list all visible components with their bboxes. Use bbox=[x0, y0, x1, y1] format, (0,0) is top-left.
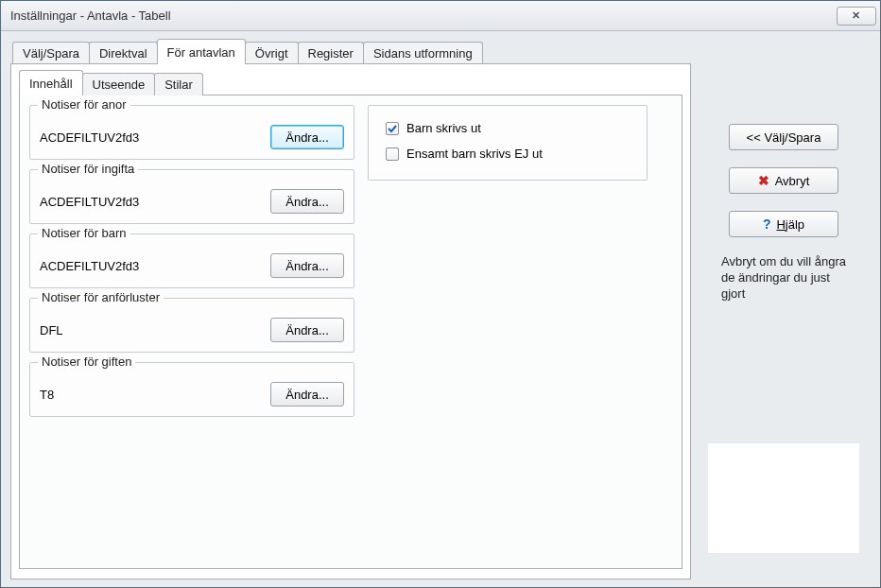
checks-column: Barn skrivs utEnsamt barn skrivs EJ ut bbox=[368, 105, 648, 559]
sub-tab[interactable]: Stilar bbox=[154, 73, 203, 95]
group-legend: Notiser för anförluster bbox=[38, 290, 164, 304]
change-button[interactable]: Ändra... bbox=[270, 189, 344, 214]
group-value: ACDEFILTUV2fd3 bbox=[40, 259, 139, 273]
main-tab[interactable]: Register bbox=[298, 42, 364, 64]
help-button[interactable]: ? Hjälp bbox=[729, 211, 838, 237]
group-legend: Notiser för ingifta bbox=[38, 162, 138, 176]
close-button[interactable]: ✕ bbox=[837, 7, 876, 26]
cancel-x-icon: ✖ bbox=[758, 173, 769, 188]
change-button[interactable]: Ändra... bbox=[270, 125, 344, 149]
group-legend: Notiser för giften bbox=[38, 355, 135, 369]
group-value: ACDEFILTUV2fd3 bbox=[40, 195, 139, 209]
sub-tab-panel: Notiser för anorACDEFILTUV2fd3Ändra...No… bbox=[19, 95, 682, 569]
left-pane: Välj/SparaDirektvalFör antavlanÖvrigtReg… bbox=[10, 39, 691, 579]
change-button[interactable]: Ändra... bbox=[270, 253, 344, 278]
main-tab[interactable]: Övrigt bbox=[245, 42, 299, 64]
main-tab[interactable]: Välj/Spara bbox=[12, 42, 90, 64]
change-button[interactable]: Ändra... bbox=[270, 318, 344, 342]
sub-tabstrip: InnehållUtseendeStilar bbox=[19, 70, 682, 95]
notice-group: Notiser för anförlusterDFLÄndra... bbox=[29, 298, 354, 353]
sub-tab[interactable]: Utseende bbox=[82, 73, 156, 95]
notice-group: Notiser för ingiftaACDEFILTUV2fd3Ändra..… bbox=[29, 169, 354, 224]
window-body: Välj/SparaDirektvalFör antavlanÖvrigtReg… bbox=[1, 31, 880, 587]
notice-group: Notiser för anorACDEFILTUV2fd3Ändra... bbox=[29, 105, 354, 160]
group-legend: Notiser för anor bbox=[38, 97, 130, 112]
group-value: T8 bbox=[40, 388, 54, 402]
group-row: DFLÄndra... bbox=[40, 312, 344, 342]
checks-group: Barn skrivs utEnsamt barn skrivs EJ ut bbox=[368, 105, 648, 181]
window-title: Inställningar - Antavla - Tabell bbox=[10, 9, 171, 23]
titlebar: Inställningar - Antavla - Tabell ✕ bbox=[1, 1, 880, 31]
group-value: DFL bbox=[40, 323, 63, 337]
notice-group: Notiser för giftenT8Ändra... bbox=[29, 362, 354, 417]
help-info-text: Avbryt om du vill ångra de ändringar du … bbox=[717, 254, 850, 303]
notice-group: Notiser för barnACDEFILTUV2fd3Ändra... bbox=[29, 233, 354, 288]
cancel-button-label: Avbryt bbox=[775, 174, 810, 188]
checkbox-label: Barn skrivs ut bbox=[406, 121, 481, 135]
groups-column: Notiser för anorACDEFILTUV2fd3Ändra...No… bbox=[29, 105, 354, 559]
group-row: ACDEFILTUV2fd3Ändra... bbox=[40, 183, 344, 214]
checkbox-row[interactable]: Ensamt barn skrivs EJ ut bbox=[378, 141, 637, 166]
checkbox-box[interactable] bbox=[386, 122, 399, 135]
help-question-icon: ? bbox=[763, 216, 771, 232]
main-tab[interactable]: Direktval bbox=[89, 42, 158, 64]
group-legend: Notiser för barn bbox=[38, 226, 130, 240]
content-area: Notiser för anorACDEFILTUV2fd3Ändra...No… bbox=[29, 105, 672, 559]
group-row: T8Ändra... bbox=[40, 376, 344, 406]
close-icon: ✕ bbox=[852, 9, 861, 22]
main-tabstrip: Välj/SparaDirektvalFör antavlanÖvrigtReg… bbox=[12, 39, 691, 63]
back-button[interactable]: << Välj/Spara bbox=[729, 124, 838, 150]
checkbox-box[interactable] bbox=[386, 147, 399, 161]
inner-wrap: InnehållUtseendeStilar Notiser för anorA… bbox=[19, 70, 682, 569]
group-row: ACDEFILTUV2fd3Ändra... bbox=[40, 119, 344, 149]
main-tab[interactable]: För antavlan bbox=[157, 39, 246, 64]
checkbox-row[interactable]: Barn skrivs ut bbox=[378, 115, 637, 141]
cancel-button[interactable]: ✖ Avbryt bbox=[729, 167, 838, 194]
main-tab-panel: InnehållUtseendeStilar Notiser för anorA… bbox=[10, 63, 691, 579]
group-value: ACDEFILTUV2fd3 bbox=[40, 130, 139, 145]
checkbox-label: Ensamt barn skrivs EJ ut bbox=[406, 147, 543, 161]
right-pane: << Välj/Spara ✖ Avbryt ? Hjälp Avbryt om… bbox=[695, 39, 872, 579]
main-tab[interactable]: Sidans utformning bbox=[363, 42, 483, 64]
change-button[interactable]: Ändra... bbox=[270, 382, 344, 406]
sub-tab[interactable]: Innehåll bbox=[19, 70, 83, 95]
group-row: ACDEFILTUV2fd3Ändra... bbox=[40, 248, 344, 278]
settings-window: Inställningar - Antavla - Tabell ✕ Välj/… bbox=[0, 0, 881, 588]
back-button-label: << Välj/Spara bbox=[747, 130, 821, 145]
check-icon bbox=[388, 124, 397, 133]
preview-box bbox=[708, 443, 859, 553]
help-button-label: Hjälp bbox=[776, 217, 804, 232]
